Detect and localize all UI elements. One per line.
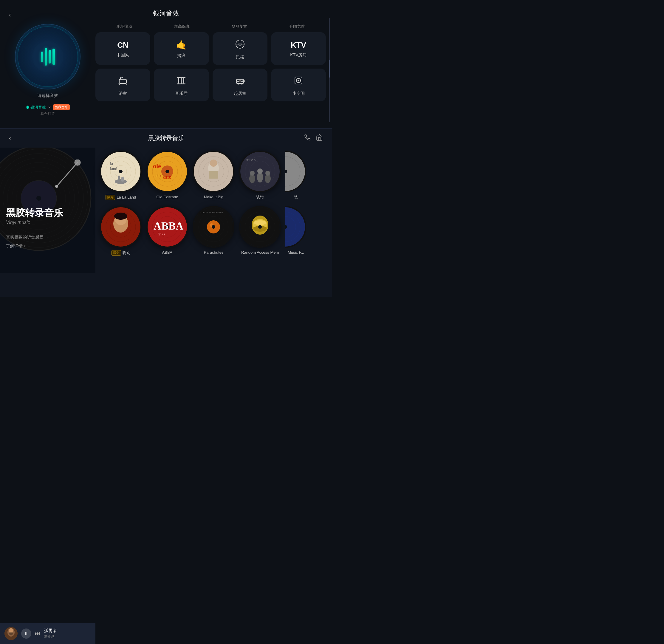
visualizer-panel: 请选择音效 银河音效 × 酷我音乐 联合打造	[6, 24, 89, 122]
vis-bar-3	[48, 50, 51, 63]
back-button-top[interactable]: ‹	[9, 11, 11, 19]
svg-text:coltr: coltr	[153, 173, 161, 178]
svg-point-67	[265, 171, 270, 175]
vinyl-title: 黑胶转录音乐	[148, 134, 184, 142]
top-title: 银河音效	[153, 9, 179, 17]
back-button-bottom[interactable]: ‹	[9, 135, 11, 142]
vis-mini-icon	[26, 106, 29, 109]
home-icon[interactable]	[316, 134, 323, 143]
svg-rect-7	[177, 83, 185, 84]
svg-line-31	[57, 163, 78, 186]
svg-text:アバ: アバ	[158, 232, 165, 236]
bottom-header: ‹ 黑胶转录音乐	[0, 129, 332, 148]
album-item-makeitbig[interactable]: Make It Big	[193, 150, 235, 200]
vinyl-text: 黑胶转录音乐 Vinyl music	[6, 207, 63, 225]
cn-label: 中国风	[117, 53, 129, 58]
effects-row-2: 浴室 音乐厅	[96, 68, 326, 101]
effect-card-cn[interactable]: CN 中国风	[96, 32, 150, 65]
album-cover-laland: la land	[100, 150, 142, 192]
album-item-ram[interactable]: Random Access Mem	[239, 206, 281, 255]
album-item-ole[interactable]: ole ane coltr Ole Coltrane	[146, 150, 188, 200]
bath-label: 浴室	[119, 91, 127, 96]
living-label: 起居室	[234, 91, 246, 96]
svg-rect-13	[237, 83, 238, 85]
albums-row-2: 限免 吻别 ABBA	[100, 206, 327, 255]
album-name-rencuo: 认错	[256, 195, 264, 200]
scrollbar[interactable]	[329, 18, 330, 122]
brand-separator: ×	[48, 105, 51, 110]
bottom-content: 黑胶转录音乐 Vinyl music 真实极致的听觉感受 了解详情 ›	[0, 148, 332, 273]
effect-card-rock[interactable]: 🤙 摇滚	[154, 32, 209, 65]
album-item-parachutes[interactable]: COLDPLAY PARACHUTES Parachutes	[193, 206, 235, 255]
cn-icon: CN	[117, 41, 128, 49]
album-item-abba[interactable]: ABBA アバ ABBA	[146, 206, 188, 255]
phone-icon[interactable]	[304, 134, 311, 143]
top-label-3: 华丽复古	[212, 24, 267, 29]
svg-text:ole: ole	[153, 162, 161, 170]
svg-rect-8	[177, 77, 185, 78]
svg-rect-11	[183, 78, 184, 83]
learn-more-btn[interactable]: 了解详情 ›	[6, 244, 25, 249]
effect-card-living[interactable]: 起居室	[213, 68, 267, 101]
svg-rect-57	[209, 171, 218, 179]
vis-mini-bar-2	[27, 106, 28, 109]
album-label-ole: Ole Coltrane	[156, 195, 178, 200]
brand-yinhe: 银河音效	[26, 105, 46, 110]
limited-badge-laland: 限免	[106, 195, 115, 200]
svg-text:優子さん: 優子さん	[246, 159, 256, 161]
album-cover-rencuo: 優子さん	[239, 150, 281, 192]
svg-text:ABBA: ABBA	[153, 220, 183, 232]
vis-bar-4	[53, 48, 55, 65]
hall-icon	[176, 75, 187, 87]
svg-point-69	[285, 152, 305, 191]
album-cover-abba: ABBA アバ	[146, 206, 188, 248]
svg-rect-10	[181, 78, 182, 83]
top-label-1: 现场律动	[97, 24, 151, 29]
vinyl-section: ‹ 黑胶转录音乐	[0, 128, 332, 297]
album-item-partial-1[interactable]: 怒	[285, 150, 306, 200]
album-name-ole: Ole Coltrane	[156, 195, 178, 200]
bath-icon	[118, 75, 128, 87]
album-label-partial-2: Music F...	[288, 250, 304, 255]
svg-rect-41	[118, 175, 120, 182]
album-name-makeitbig: Make It Big	[204, 195, 223, 200]
album-name-laland: La La Land	[117, 195, 136, 200]
album-name-partial-1: 怒	[294, 195, 298, 200]
small-label: 小空间	[292, 91, 305, 96]
effect-card-hall[interactable]: 音乐厅	[154, 68, 209, 101]
svg-text:ane: ane	[163, 174, 171, 180]
effect-card-bath[interactable]: 浴室	[96, 68, 150, 101]
svg-point-65	[257, 168, 263, 174]
album-label-wenbai: 限免 吻别	[111, 250, 130, 255]
svg-point-19	[297, 80, 299, 81]
brand-row: 银河音效 × 酷我音乐	[26, 104, 70, 110]
album-item-partial-2[interactable]: ST WA Music F...	[285, 206, 306, 255]
top-labels-row: 现场律动 超高保真 华丽复古 升阔宽首	[96, 24, 326, 29]
svg-point-101	[285, 207, 305, 247]
top-label-4: 升阔宽首	[270, 24, 325, 29]
album-label-parachutes: Parachutes	[204, 250, 224, 255]
album-item-wenbai[interactable]: 限免 吻别	[100, 206, 142, 255]
album-cover-makeitbig	[193, 150, 234, 192]
vinyl-panel: 黑胶转录音乐 Vinyl music 真实极致的听觉感受 了解详情 ›	[0, 148, 96, 273]
album-cover-ole: ole ane coltr	[146, 150, 188, 192]
living-icon	[235, 75, 245, 87]
top-label-2: 超高保真	[154, 24, 209, 29]
vinyl-desc: 真实极致的听觉感受	[6, 235, 43, 240]
album-cover-wenbai	[100, 206, 142, 248]
vis-mini-bar-1	[26, 106, 26, 108]
album-label-ram: Random Access Mem	[241, 250, 279, 255]
effect-card-ktv[interactable]: KTV KTV房间	[271, 32, 326, 65]
album-cover-parachutes: COLDPLAY PARACHUTES	[193, 206, 234, 248]
album-item-rencuo[interactable]: 優子さん 认错	[239, 150, 281, 200]
svg-point-37	[119, 170, 123, 173]
album-label-abba: ABBA	[162, 250, 173, 255]
effect-card-folk[interactable]: 民摇	[213, 32, 267, 65]
select-hint: 请选择音效	[37, 93, 58, 98]
album-item-laland[interactable]: la land 限免 La La Land	[100, 150, 142, 200]
kuwo-label: 酷我音乐	[55, 105, 68, 109]
folk-icon	[235, 39, 245, 51]
svg-line-6	[126, 83, 127, 85]
effect-card-small[interactable]: 小空间	[271, 68, 326, 101]
svg-point-32	[55, 185, 58, 188]
